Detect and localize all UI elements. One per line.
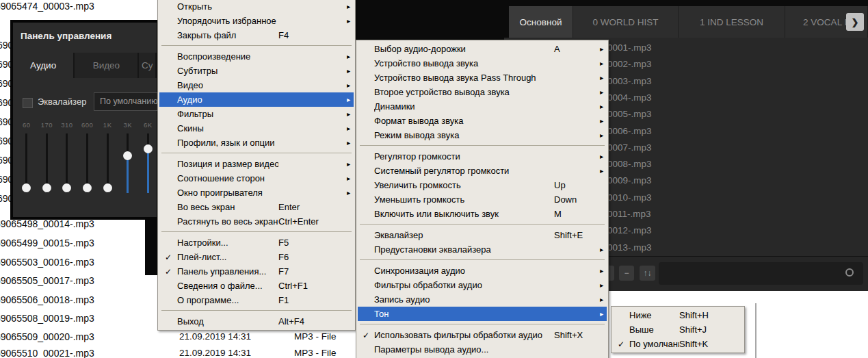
eq-slider-track[interactable] [107,133,109,193]
file-row[interactable]: 69065503_00016-.mp3 [0,257,94,268]
playlist-item[interactable]: 0013-.mp3 [607,242,652,253]
playlist-item[interactable]: 0011-.mp3 [607,209,651,219]
playlist-sort-button[interactable]: ↑↓ [640,266,655,281]
eq-slider-track[interactable] [25,133,27,193]
menu-item-label: Соотношение сторон [177,173,278,183]
playlist-item[interactable]: 0007-.mp3 [607,142,652,153]
menu-item[interactable]: Фильтры обработки аудио► [358,278,607,292]
playlist-item[interactable]: 0001-.mp3 [607,42,652,53]
playlist-item[interactable]: 0006-.mp3 [607,126,652,136]
eq-slider-knob[interactable] [144,144,153,153]
menu-item[interactable]: НижеShift+H [613,308,743,322]
eq-slider-track[interactable] [147,133,149,193]
menu-item-label: Уменьшить громкость [374,194,554,205]
eq-slider-track[interactable] [86,133,88,193]
menu-item[interactable]: ✓Использовать фильтры обработки аудиоShi… [358,328,607,342]
menu-item[interactable]: ✓Панель управления...F7 [159,264,354,279]
eq-slider-knob[interactable] [123,151,132,160]
menu-item[interactable]: Запись аудио► [358,292,607,307]
eq-slider-track[interactable] [66,133,68,193]
menu-item[interactable]: Второе устройство вывода звука► [358,85,607,99]
menu-item[interactable]: Фильтры► [159,107,354,121]
playlist-item[interactable]: 0008-.mp3 [607,159,652,169]
playlist-item[interactable]: 0003-.mp3 [607,76,652,86]
control-panel-tab[interactable]: Су [139,53,157,78]
menu-item[interactable]: Растянуть во весь экранCtrl+Enter [159,214,354,229]
file-row[interactable]: 69065474_00003-.mp3 [0,1,94,12]
menu-item[interactable]: Системный регулятор громкости► [358,164,607,178]
playlist-item[interactable]: 0005-.mp3 [607,109,652,119]
menu-item[interactable]: Позиция и размер видео► [159,157,354,171]
menu-item[interactable]: Динамики► [358,99,607,114]
menu-item[interactable]: Профили, язык и опции► [159,136,354,150]
playlist-item[interactable]: 0002-.mp3 [607,59,652,69]
menu-item[interactable]: Открыть► [159,0,354,14]
menu-item-label: Устройство вывода звука [374,58,554,68]
playlist-item[interactable]: 0004-.mp3 [607,92,652,103]
file-row[interactable]: 69065509_00020-.mp3 [0,331,94,342]
file-row[interactable]: 69065510_00021-.mp3 [0,348,94,358]
eq-slider-knob[interactable] [42,183,51,192]
file-row[interactable]: 69065506_00018-.mp3 [0,294,94,305]
menu-item[interactable]: Уменьшить громкостьDown [358,192,607,207]
eq-slider-track[interactable] [46,133,48,193]
menu-item[interactable]: Формат вывода звука► [358,114,607,128]
menu-item[interactable]: Настройки...F5 [159,235,354,250]
playlist-remove-button[interactable]: − [619,266,634,281]
menu-item[interactable]: Воспроизведение► [159,49,354,64]
menu-item[interactable]: Синхронизация аудио► [358,264,607,278]
playlist-tab[interactable]: 1 IND LESSON [679,6,785,38]
next-tabs-button[interactable]: ❯ [846,13,864,31]
control-panel-tab[interactable]: Видео [75,53,139,78]
file-row[interactable]: 69065508_00019-.mp3 [0,313,94,324]
menu-item[interactable]: Выбор аудио-дорожкиA► [358,42,607,56]
menu-item[interactable]: ✓Плей-лист...F6 [159,250,354,264]
file-row[interactable]: 69065499_00015-.mp3 [0,238,94,248]
playlist-tab[interactable]: Основной [509,6,573,38]
menu-item[interactable]: Видео► [159,78,354,92]
submenu-arrow-icon: ► [595,103,607,110]
menu-item[interactable]: ВышеShift+J [613,322,743,337]
equalizer-checkbox[interactable] [23,98,33,108]
playlist-tab[interactable]: 0 WORLD HIST [573,6,679,38]
playlist-item[interactable]: 0012-.mp3 [607,225,652,235]
menu-item[interactable]: Устройство вывода звука Pass Through► [358,71,607,85]
menu-item[interactable]: Соотношение сторон► [159,171,354,186]
menu-item[interactable]: Сведения о файле...Ctrl+F1 [159,279,354,293]
menu-item[interactable]: Параметры вывода аудио... [358,342,607,357]
menu-item[interactable]: ВыходAlt+F4 [159,314,354,329]
menu-item[interactable]: Предустановки эквалайзера► [358,242,607,257]
menu-item-label: Запись аудио [374,294,554,305]
eq-slider-knob[interactable] [103,183,112,192]
menu-item[interactable]: Окно проигрывателя► [159,186,354,200]
playlist-item[interactable]: 0009-.mp3 [607,175,652,186]
preset-dropdown[interactable]: По умолчанию [94,92,162,111]
submenu-arrow-icon: ► [595,282,607,289]
menu-item[interactable]: Устройство вывода звука► [358,56,607,71]
menu-item[interactable]: Аудио► [159,92,354,107]
menu-item[interactable]: Увеличить громкостьUp [358,178,607,192]
menu-item[interactable]: Скины► [159,121,354,136]
playlist-search-input[interactable] [659,262,863,285]
control-panel-tab[interactable]: Аудио [13,53,75,78]
eq-slider-knob[interactable] [62,183,71,192]
file-row[interactable]: 69065498_00014-.mp3 [0,218,94,229]
menu-item[interactable]: Закрыть файлF4 [159,28,354,42]
menu-item[interactable]: ЭквалайзерShift+E [358,228,607,242]
playlist-item[interactable]: 0010-.mp3 [607,192,652,203]
menu-item[interactable]: Упорядочить избранное► [159,14,354,28]
file-row[interactable]: 69065505_00017-.mp3 [0,275,94,286]
menu-item[interactable]: ✓По умолчаниюShift+K [613,337,743,351]
menu-item[interactable]: Режим вывода звука► [358,128,607,142]
eq-slider-knob[interactable] [22,183,31,192]
menu-item[interactable]: О программе...F1 [159,293,354,307]
menu-item[interactable]: Тон► [358,307,607,321]
menu-item-label: Тон [374,309,554,319]
eq-frequency-label: 600 [81,121,93,129]
eq-slider-knob[interactable] [83,183,92,192]
menu-item[interactable]: Субтитры► [159,64,354,78]
menu-item[interactable]: Регулятор громкости► [358,149,607,164]
menu-item[interactable]: Во весь экранEnter [159,200,354,214]
menu-item[interactable]: Включить или выключить звукM [358,207,607,221]
eq-slider-track[interactable] [127,133,129,193]
